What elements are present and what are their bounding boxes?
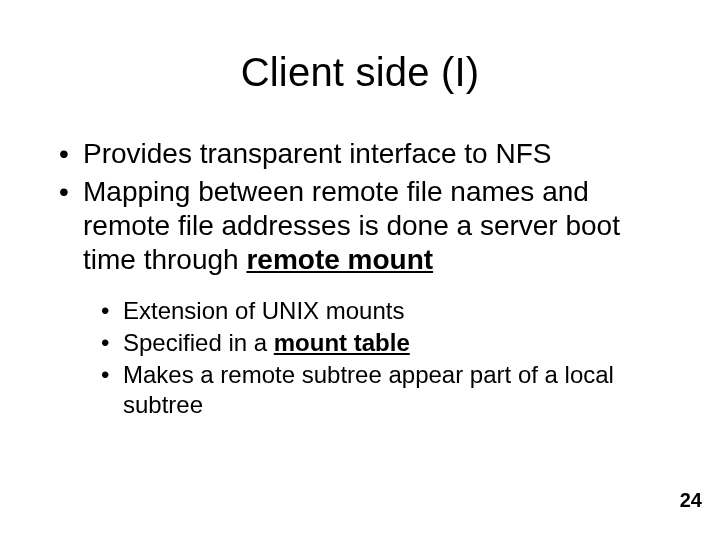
list-item: Extension of UNIX mounts [97, 296, 665, 326]
bullet-list-level2: Extension of UNIX mounts Specified in a … [97, 296, 665, 420]
bullet-text: Specified in a [123, 329, 274, 356]
list-item: Mapping between remote file names and re… [55, 175, 665, 277]
bullet-bold: remote mount [246, 244, 433, 275]
slide-title: Client side (I) [55, 50, 665, 95]
slide: Client side (I) Provides transparent int… [0, 0, 720, 540]
bullet-list-level1: Provides transparent interface to NFS Ma… [55, 137, 665, 278]
bullet-text: Extension of UNIX mounts [123, 297, 404, 324]
bullet-text: Provides transparent interface to NFS [83, 138, 551, 169]
page-number: 24 [680, 489, 702, 512]
bullet-text: Makes a remote subtree appear part of a … [123, 361, 614, 418]
list-item: Provides transparent interface to NFS [55, 137, 665, 171]
bullet-bold: mount table [274, 329, 410, 356]
list-item: Specified in a mount table [97, 328, 665, 358]
list-item: Makes a remote subtree appear part of a … [97, 360, 665, 420]
